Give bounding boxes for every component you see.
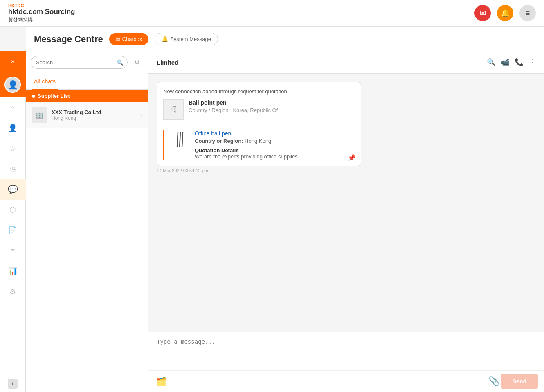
- quotation-title: Office ball pen: [195, 130, 299, 137]
- system-message-label: System Message: [170, 36, 211, 42]
- message-intro-text: New connection added through request for…: [163, 88, 355, 95]
- search-icon: 🔍: [117, 59, 124, 66]
- chatbox-mail-icon: ✉: [116, 36, 120, 42]
- send-button[interactable]: Send: [501, 374, 538, 389]
- settings-button[interactable]: ⚙: [131, 56, 143, 69]
- product-country-label: Country / Region: [189, 107, 229, 113]
- message-wrap: New connection added through request for…: [157, 82, 361, 173]
- product-name: Ball point pen: [189, 99, 278, 106]
- chat-input-footer: 🗂️ 📎 Send: [148, 370, 544, 392]
- sidebar-item-settings[interactable]: ⚙: [0, 282, 26, 302]
- chat-main: Limited 🔍 📹 📞 ⋮ New connection added thr…: [148, 51, 544, 392]
- chat-item-info: XXX Trading Co Ltd Hong Kong: [52, 109, 136, 121]
- chat-item-location: Hong Kong: [52, 115, 136, 121]
- logo: HKTDC hktdc.com Sourcing 貿發網採購: [8, 3, 75, 23]
- main-layout: » 👤 ⌂ 👤 ☆ ◷ 💬 ⬡ 📄 ≡ 📊 ⚙ i 🔍 ⚙ All chats: [0, 51, 544, 392]
- sidebar-icons: » 👤 ⌂ 👤 ☆ ◷ 💬 ⬡ 📄 ≡ 📊 ⚙ i: [0, 51, 26, 392]
- chat-panel: 🔍 ⚙ All chats Supplier List 🏢 XXX Tradin…: [26, 51, 148, 392]
- info-button[interactable]: i: [8, 379, 18, 389]
- top-nav-icons: ✉ 🔔 ≡: [474, 5, 536, 21]
- sidebar-item-list[interactable]: ≡: [0, 241, 26, 261]
- svg-line-0: [177, 132, 178, 147]
- product-icon: 🖨: [163, 99, 184, 120]
- menu-button[interactable]: ≡: [519, 5, 536, 21]
- product-country: Country / Region Korea, Republic Of: [189, 107, 278, 113]
- quotation-country-label: Country or Region:: [195, 138, 243, 144]
- quotation-card: Office ball pen Country or Region: Hong …: [163, 130, 355, 160]
- supplier-list-header: Supplier List: [26, 90, 148, 102]
- chevron-right-icon: ›: [140, 112, 142, 118]
- quotation-details-text: We are the experts providing office supp…: [195, 153, 299, 160]
- header-more-button[interactable]: ⋮: [528, 58, 536, 67]
- sidebar-item-chat[interactable]: 💬: [0, 179, 26, 200]
- tab-all-chats[interactable]: All chats: [32, 74, 58, 90]
- sidebar-item-analytics[interactable]: 📊: [0, 261, 26, 282]
- sidebar-item-user[interactable]: 👤: [0, 118, 26, 138]
- chat-tabs: All chats: [26, 74, 148, 90]
- sidebar-item-box[interactable]: ⬡: [0, 200, 26, 220]
- quotation-details-title: Quotation Details: [195, 147, 299, 153]
- chat-search-bar: 🔍 ⚙: [26, 51, 148, 74]
- avatar: 👤: [4, 77, 21, 93]
- top-navigation: HKTDC hktdc.com Sourcing 貿發網採購 ✉ 🔔 ≡: [0, 0, 544, 27]
- supplier-dot: [32, 95, 35, 98]
- supplier-list-label: Supplier List: [38, 93, 70, 99]
- expand-icon: »: [11, 58, 15, 65]
- bell-button[interactable]: 🔔: [497, 5, 513, 21]
- chat-item-name: XXX Trading Co Ltd: [52, 109, 136, 115]
- pin-icon: 📌: [348, 154, 356, 162]
- search-input[interactable]: [31, 56, 128, 69]
- quotation-link[interactable]: Office ball pen: [195, 130, 231, 137]
- chat-header-company-name: Limited: [157, 59, 487, 66]
- company-avatar-icon: 🏢: [32, 107, 47, 123]
- message-input[interactable]: [148, 332, 544, 369]
- quotation-info: Office ball pen Country or Region: Hong …: [195, 130, 299, 160]
- sidebar-item-home[interactable]: ⌂: [0, 97, 26, 118]
- attachment-button[interactable]: 📎: [487, 374, 501, 388]
- message-bubble: New connection added through request for…: [157, 82, 361, 166]
- chatbox-tab-button[interactable]: ✉ Chatbox: [109, 33, 148, 45]
- message-timestamp: 14 Mar 2022 03:54:12 pm: [157, 168, 208, 173]
- product-info: Ball point pen Country / Region Korea, R…: [189, 99, 278, 113]
- sidebar-item-star[interactable]: ☆: [0, 138, 26, 159]
- chat-header-actions: 🔍 📹 📞 ⋮: [487, 58, 536, 67]
- chatbox-label: Chatbox: [122, 36, 142, 42]
- product-country-value: Korea, Republic Of: [233, 107, 278, 113]
- sidebar-item-history[interactable]: ◷: [0, 159, 26, 179]
- logo-brand: HKTDC: [8, 3, 75, 8]
- sidebar-item-document[interactable]: 📄: [0, 220, 26, 241]
- page-title: Message Centre: [34, 34, 103, 45]
- chat-input-area: 🗂️ 📎 Send: [148, 332, 544, 392]
- svg-line-2: [182, 132, 183, 147]
- attach-tools: 🗂️: [155, 375, 487, 388]
- quotation-product-icon: [169, 130, 190, 151]
- search-input-wrap: 🔍: [31, 56, 128, 69]
- sidebar-toggle[interactable]: »: [0, 51, 26, 72]
- header-phone-button[interactable]: 📞: [515, 58, 524, 67]
- chat-messages: New connection added through request for…: [148, 74, 544, 332]
- emoji-button[interactable]: 🗂️: [155, 375, 168, 388]
- header-search-button[interactable]: 🔍: [487, 58, 496, 67]
- quotation-region: Country or Region: Hong Kong: [195, 138, 299, 144]
- system-message-tab-button[interactable]: 🔔 System Message: [155, 33, 218, 45]
- header-video-button[interactable]: 📹: [501, 58, 510, 67]
- page-header: Message Centre ✉ Chatbox 🔔 System Messag…: [26, 27, 544, 52]
- bell-icon: 🔔: [162, 36, 168, 42]
- mail-button[interactable]: ✉: [474, 5, 491, 21]
- logo-chinese: 貿發網採購: [8, 16, 75, 23]
- product-card: 🖨 Ball point pen Country / Region Korea,…: [163, 99, 355, 125]
- logo-title: hktdc.com Sourcing: [8, 8, 75, 16]
- quotation-country-value: Hong Kong: [245, 138, 271, 144]
- sidebar-avatar[interactable]: 👤: [0, 72, 26, 97]
- chat-header: Limited 🔍 📹 📞 ⋮: [148, 51, 544, 74]
- chat-list-item[interactable]: 🏢 XXX Trading Co Ltd Hong Kong ›: [26, 102, 148, 128]
- svg-line-1: [180, 132, 180, 147]
